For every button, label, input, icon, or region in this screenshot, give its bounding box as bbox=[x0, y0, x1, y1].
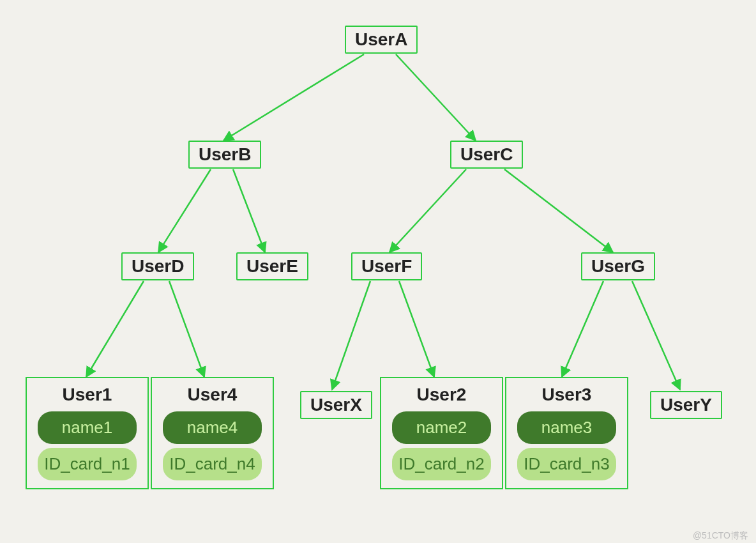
svg-line-7 bbox=[169, 281, 204, 377]
node-userG: UserG bbox=[581, 252, 655, 280]
leaf-title: User2 bbox=[386, 385, 497, 405]
node-userD: UserD bbox=[121, 252, 194, 280]
svg-line-6 bbox=[86, 281, 144, 377]
pill-name: name1 bbox=[38, 411, 137, 444]
pill-idcard: ID_card_n1 bbox=[38, 448, 137, 480]
pill-idcard: ID_card_n2 bbox=[392, 448, 492, 480]
node-userY: UserY bbox=[650, 391, 722, 419]
leaf-title: User1 bbox=[32, 385, 142, 405]
diagram-stage: UserA UserB UserC UserD UserE UserF User… bbox=[0, 0, 756, 543]
node-userF: UserF bbox=[351, 252, 422, 280]
svg-line-4 bbox=[389, 169, 466, 252]
pill-name: name2 bbox=[392, 411, 492, 444]
node-userX: UserX bbox=[300, 391, 372, 419]
svg-line-5 bbox=[504, 169, 613, 252]
node-userC: UserC bbox=[450, 141, 523, 169]
pill-idcard: ID_card_n4 bbox=[163, 448, 262, 480]
node-userB: UserB bbox=[188, 141, 261, 169]
svg-line-1 bbox=[396, 54, 476, 141]
svg-line-10 bbox=[562, 281, 603, 377]
svg-line-3 bbox=[233, 169, 265, 252]
pill-idcard: ID_card_n3 bbox=[517, 448, 617, 480]
pill-name: name4 bbox=[163, 411, 262, 444]
svg-line-0 bbox=[223, 54, 364, 141]
watermark: @51CTO博客 bbox=[693, 530, 748, 542]
node-userA: UserA bbox=[345, 26, 418, 54]
svg-line-2 bbox=[158, 169, 211, 252]
leaf-title: User4 bbox=[157, 385, 268, 405]
node-userE: UserE bbox=[236, 252, 308, 280]
leaf-user3: User3 name3 ID_card_n3 bbox=[505, 377, 628, 489]
leaf-user4: User4 name4 ID_card_n4 bbox=[151, 377, 274, 489]
svg-line-9 bbox=[399, 281, 434, 377]
leaf-title: User3 bbox=[511, 385, 622, 405]
svg-line-11 bbox=[632, 281, 680, 390]
svg-line-8 bbox=[332, 281, 370, 390]
leaf-user1: User1 name1 ID_card_n1 bbox=[26, 377, 149, 489]
pill-name: name3 bbox=[517, 411, 617, 444]
leaf-user2: User2 name2 ID_card_n2 bbox=[380, 377, 503, 489]
